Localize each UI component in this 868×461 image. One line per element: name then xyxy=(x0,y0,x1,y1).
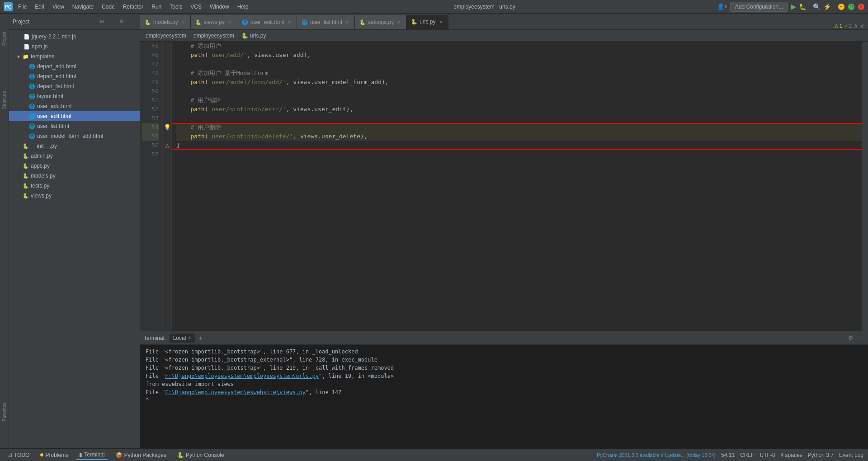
code-line-50 xyxy=(176,87,862,96)
debug-button[interactable]: 🐛 xyxy=(799,3,807,10)
py-tab-icon4: 🐍 xyxy=(411,19,417,25)
file-layout[interactable]: 🌐 layout.html xyxy=(9,91,140,101)
tab-urls-py[interactable]: 🐍 urls.py ✕ xyxy=(406,15,448,29)
file-name: depart_edit.html xyxy=(37,73,76,80)
minimize-button[interactable]: − xyxy=(838,4,844,10)
problems-tab[interactable]: Problems xyxy=(38,451,71,460)
file-models[interactable]: 🐍 models.py xyxy=(9,171,140,181)
encoding[interactable]: UTF-8 xyxy=(760,452,775,458)
panel-settings-icon[interactable]: ⚙ xyxy=(117,17,126,26)
file-tests[interactable]: 🐍 tests.py xyxy=(9,181,140,191)
breadcrumb-urlspy[interactable]: 🐍urls.py xyxy=(241,33,266,39)
menu-code[interactable]: Code xyxy=(98,2,118,11)
tab-settings-py[interactable]: 🐍 settings.py ✕ xyxy=(355,15,406,29)
file-admin[interactable]: 🐍 admin.py xyxy=(9,151,140,161)
folder-icon: 📁 xyxy=(23,54,29,60)
tab-user-edit-html[interactable]: 🌐 user_edit.html ✕ xyxy=(237,15,297,29)
update-message[interactable]: PyCharm 2021.3.2 available // Update... … xyxy=(597,452,716,458)
tabs-right-actions: ⚠ 1 ✓ 2 ∧ ∨ xyxy=(834,22,868,29)
todo-label: TODO xyxy=(14,452,29,458)
terminal-content: File "<frozen importlib._bootstrap>", li… xyxy=(140,345,868,448)
favorites-label[interactable]: Favorites xyxy=(2,403,7,421)
code-lines: # 添加用户 path('user/add/', views.user_add)… xyxy=(172,42,862,159)
line-ending[interactable]: CRLF xyxy=(740,452,754,458)
project-label[interactable]: Project xyxy=(2,32,7,46)
event-log-button[interactable]: Event Log xyxy=(839,452,863,458)
code-line-47 xyxy=(176,60,862,69)
run-button[interactable]: ▶ xyxy=(791,2,796,11)
code-line-48: # 添加用户 基于ModelForm xyxy=(176,69,862,78)
terminal-settings-icon[interactable]: ⚙ xyxy=(846,334,855,342)
todo-tab[interactable]: ☑ TODO xyxy=(5,451,32,460)
terminal-line-7: ^ xyxy=(146,396,863,405)
terminal-close-icon[interactable]: ✕ xyxy=(188,335,191,340)
search-button[interactable]: 🔍 xyxy=(813,3,821,10)
project-panel-header: Project ⊞ ≡ ⚙ − xyxy=(9,14,140,30)
file-depart-list[interactable]: 🌐 depart_list.html xyxy=(9,81,140,91)
add-configuration-button[interactable]: Add Configuration... xyxy=(730,2,788,12)
menu-edit[interactable]: Edit xyxy=(31,2,48,11)
terminal-link-urls[interactable]: F:\Django\employeesystem\employeesystem\… xyxy=(165,373,319,379)
menu-view[interactable]: View xyxy=(49,2,68,11)
breadcrumb-employeesystem2[interactable]: employeesystem xyxy=(193,33,234,39)
code-line-46: path('user/add/', views.user_add), xyxy=(176,51,862,60)
expand-all-icon[interactable]: ⊞ xyxy=(97,17,106,26)
file-views[interactable]: 🐍 views.py xyxy=(9,191,140,201)
menu-window[interactable]: Window xyxy=(206,2,233,11)
tab-close-views[interactable]: ✕ xyxy=(227,19,232,25)
file-depart-add[interactable]: 🌐 depart_add.html xyxy=(9,61,140,71)
file-jquery[interactable]: 📄 jquery-2.2.1.min.js xyxy=(9,32,140,42)
panel-close-icon[interactable]: − xyxy=(127,17,136,26)
structure-label[interactable]: Structure xyxy=(2,91,7,109)
html-file-icon: 🌐 xyxy=(29,84,35,89)
terminal-bottom-tab[interactable]: ▮ Terminal xyxy=(76,450,107,460)
menu-navigate[interactable]: Navigate xyxy=(69,2,97,11)
file-init[interactable]: 🐍 __init__.py xyxy=(9,141,140,151)
python-version[interactable]: Python 3.7 xyxy=(808,452,834,458)
menu-tools[interactable]: Tools xyxy=(166,2,186,11)
menu-help[interactable]: Help xyxy=(234,2,252,11)
file-npm[interactable]: 📄 npm.js xyxy=(9,42,140,52)
terminal-tab-local[interactable]: Local ✕ xyxy=(170,334,195,343)
notifications-button[interactable]: ⚡ xyxy=(823,3,831,10)
menu-file[interactable]: File xyxy=(14,2,30,11)
file-user-model-form-add[interactable]: 🌐 user_model_form_add.html xyxy=(9,131,140,141)
terminal-add-button[interactable]: + xyxy=(198,334,202,342)
tab-models-py[interactable]: 🐍 models.py ✕ xyxy=(140,15,191,29)
menu-refactor[interactable]: Refactor xyxy=(119,2,147,11)
highlighted-region: # 用户删除 path('user/<int:nid>/delete/', vi… xyxy=(176,123,862,150)
cursor-position: 54:11 xyxy=(721,452,735,458)
file-depart-edit[interactable]: 🌐 depart_edit.html xyxy=(9,71,140,81)
tab-close-user-list[interactable]: ✕ xyxy=(344,19,350,25)
tab-user-list-html[interactable]: 🌐 user_list.html ✕ xyxy=(297,15,355,29)
tab-views-py[interactable]: 🐍 views.py ✕ xyxy=(191,15,237,29)
code-content-area[interactable]: # 添加用户 path('user/add/', views.user_add)… xyxy=(172,42,862,331)
tab-close-settings[interactable]: ✕ xyxy=(396,19,401,25)
expand-editor-icon[interactable]: ∧ xyxy=(854,22,858,29)
file-user-edit[interactable]: 🌐 user_edit.html xyxy=(9,111,140,121)
collapse-all-icon[interactable]: ≡ xyxy=(107,17,116,26)
tab-close-urls[interactable]: ✕ xyxy=(438,19,443,25)
menu-vcs[interactable]: VCS xyxy=(187,2,205,11)
file-name: depart_list.html xyxy=(37,83,74,89)
menu-run[interactable]: Run xyxy=(148,2,165,11)
close-button[interactable]: × xyxy=(858,4,864,10)
file-user-list[interactable]: 🌐 user_list.html xyxy=(9,121,140,131)
folder-templates[interactable]: ▼ 📁 templates xyxy=(9,52,140,61)
terminal-minimize-icon[interactable]: − xyxy=(857,334,864,342)
tab-close-user-edit[interactable]: ✕ xyxy=(287,19,292,25)
python-console-tab[interactable]: 🐍 Python Console xyxy=(175,451,227,460)
lightbulb-icon[interactable]: 💡 xyxy=(163,123,171,132)
indent-setting[interactable]: 4 spaces xyxy=(781,452,802,458)
user-icon[interactable]: 👤▾ xyxy=(717,3,727,10)
html-tab-icon2: 🌐 xyxy=(302,19,308,25)
file-apps[interactable]: 🐍 apps.py xyxy=(9,161,140,171)
maximize-button[interactable]: □ xyxy=(848,4,854,10)
breadcrumb-employeesystem1[interactable]: employeesystem xyxy=(146,33,186,39)
collapse-editor-icon[interactable]: ∨ xyxy=(860,22,864,29)
python-packages-tab[interactable]: 📦 Python Packages xyxy=(113,451,169,460)
terminal-line-3: File "<frozen importlib._bootstrap>", li… xyxy=(146,364,863,372)
tab-close-models[interactable]: ✕ xyxy=(180,19,186,25)
file-user-add[interactable]: 🌐 user_add.html xyxy=(9,101,140,111)
terminal-link-views[interactable]: F:\Django\employeesystem\eswebsite\views… xyxy=(165,389,306,395)
